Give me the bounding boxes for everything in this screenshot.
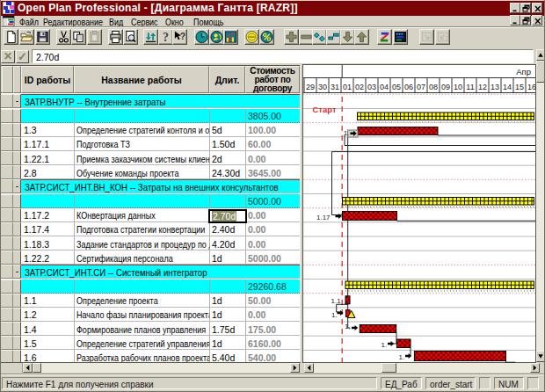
svg-text:1.17: 1.17: [316, 214, 331, 221]
svg-text:1.: 1.: [382, 341, 388, 349]
svg-text:07: 07: [417, 83, 425, 91]
svg-text:15: 15: [515, 83, 524, 91]
svg-text:30: 30: [318, 83, 327, 91]
svg-text:1.: 1.: [344, 129, 350, 137]
svg-text:02: 02: [355, 83, 364, 91]
svg-text:1.: 1.: [399, 353, 405, 361]
svg-text:29: 29: [306, 83, 315, 91]
svg-text:01: 01: [343, 83, 352, 91]
svg-text:05: 05: [392, 83, 401, 91]
svg-text:16: 16: [527, 83, 536, 91]
svg-text:Старт: Старт: [313, 105, 337, 114]
svg-text:06: 06: [404, 83, 413, 91]
svg-text:1,: 1,: [345, 323, 351, 330]
svg-text:12: 12: [478, 83, 487, 91]
svg-text:10: 10: [454, 83, 462, 91]
svg-text:09: 09: [441, 83, 450, 91]
svg-text:31: 31: [331, 83, 339, 91]
svg-text:Апр: Апр: [516, 67, 531, 76]
svg-text:04: 04: [380, 83, 389, 91]
svg-text:14: 14: [503, 83, 512, 91]
svg-text:03: 03: [367, 83, 376, 91]
svg-text:11: 11: [466, 83, 474, 91]
svg-text:?: ?: [163, 30, 169, 44]
svg-text:13: 13: [490, 83, 499, 91]
svg-text:?: ?: [180, 32, 185, 41]
svg-text:08: 08: [429, 83, 438, 91]
svg-text:1.1: 1.1: [331, 297, 342, 305]
svg-text:1.: 1.: [331, 311, 338, 319]
